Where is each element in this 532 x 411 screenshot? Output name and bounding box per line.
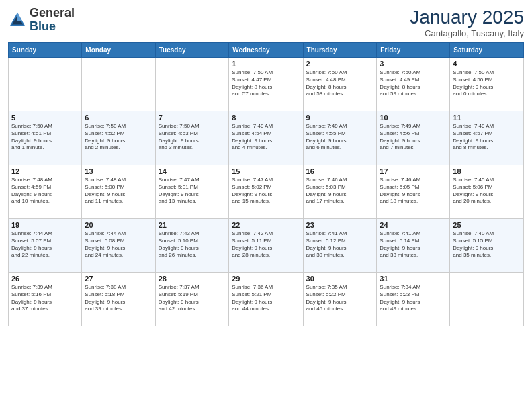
day-info: Sunrise: 7:47 AM Sunset: 5:02 PM Dayligh…	[232, 177, 300, 205]
day-number: 14	[159, 167, 226, 175]
table-row: 25Sunrise: 7:40 AM Sunset: 5:15 PM Dayli…	[450, 219, 524, 273]
header-sunday: Sunday	[9, 43, 82, 58]
table-row: 12Sunrise: 7:48 AM Sunset: 4:59 PM Dayli…	[9, 165, 82, 219]
day-number: 13	[85, 167, 152, 175]
day-number: 25	[453, 221, 521, 229]
day-number: 27	[85, 275, 152, 283]
title-block: January 2025 Cantagallo, Tuscany, Italy	[410, 7, 524, 38]
day-number: 11	[453, 113, 521, 122]
table-row: 11Sunrise: 7:49 AM Sunset: 4:57 PM Dayli…	[450, 111, 524, 165]
table-row: 26Sunrise: 7:39 AM Sunset: 5:16 PM Dayli…	[9, 273, 82, 326]
table-row: 4Sunrise: 7:50 AM Sunset: 4:50 PM Daylig…	[450, 58, 524, 111]
table-row: 7Sunrise: 7:50 AM Sunset: 4:53 PM Daylig…	[155, 111, 229, 165]
day-info: Sunrise: 7:44 AM Sunset: 5:07 PM Dayligh…	[11, 230, 79, 259]
location: Cantagallo, Tuscany, Italy	[410, 28, 524, 38]
table-row: 6Sunrise: 7:50 AM Sunset: 4:52 PM Daylig…	[82, 111, 155, 165]
day-info: Sunrise: 7:42 AM Sunset: 5:11 PM Dayligh…	[232, 230, 300, 259]
weekday-header-row: Sunday Monday Tuesday Wednesday Thursday…	[9, 43, 524, 58]
day-number: 2	[306, 60, 374, 68]
table-row: 27Sunrise: 7:38 AM Sunset: 5:18 PM Dayli…	[82, 273, 155, 326]
day-info: Sunrise: 7:49 AM Sunset: 4:55 PM Dayligh…	[306, 123, 374, 152]
day-info: Sunrise: 7:49 AM Sunset: 4:57 PM Dayligh…	[453, 123, 521, 152]
header-saturday: Saturday	[450, 43, 524, 58]
table-row: 2Sunrise: 7:50 AM Sunset: 4:48 PM Daylig…	[303, 58, 377, 111]
table-row: 21Sunrise: 7:43 AM Sunset: 5:10 PM Dayli…	[155, 219, 229, 273]
day-number: 9	[306, 113, 374, 122]
day-info: Sunrise: 7:40 AM Sunset: 5:15 PM Dayligh…	[453, 230, 521, 259]
logo-blue-text: Blue	[30, 19, 56, 33]
header-thursday: Thursday	[303, 43, 377, 58]
day-info: Sunrise: 7:50 AM Sunset: 4:52 PM Dayligh…	[85, 123, 152, 152]
calendar-body: 1Sunrise: 7:50 AM Sunset: 4:47 PM Daylig…	[9, 58, 524, 326]
logo: General Blue	[8, 7, 75, 34]
table-row	[155, 58, 229, 111]
day-number: 12	[11, 167, 79, 175]
table-row: 22Sunrise: 7:42 AM Sunset: 5:11 PM Dayli…	[229, 219, 303, 273]
day-number: 29	[232, 275, 300, 283]
table-row	[450, 273, 524, 326]
logo-general-text: General	[30, 6, 75, 19]
table-row: 17Sunrise: 7:46 AM Sunset: 5:05 PM Dayli…	[377, 165, 450, 219]
calendar-week-row: 1Sunrise: 7:50 AM Sunset: 4:47 PM Daylig…	[9, 58, 524, 111]
table-row: 5Sunrise: 7:50 AM Sunset: 4:51 PM Daylig…	[9, 111, 82, 165]
svg-marker-2	[17, 13, 22, 21]
day-info: Sunrise: 7:49 AM Sunset: 4:54 PM Dayligh…	[232, 123, 300, 152]
header-friday: Friday	[377, 43, 450, 58]
day-number: 15	[232, 167, 300, 175]
calendar-week-row: 5Sunrise: 7:50 AM Sunset: 4:51 PM Daylig…	[9, 111, 524, 165]
table-row: 19Sunrise: 7:44 AM Sunset: 5:07 PM Dayli…	[9, 219, 82, 273]
day-number: 5	[11, 113, 79, 122]
day-info: Sunrise: 7:35 AM Sunset: 5:22 PM Dayligh…	[306, 284, 374, 313]
day-info: Sunrise: 7:46 AM Sunset: 5:05 PM Dayligh…	[380, 177, 447, 205]
table-row: 14Sunrise: 7:47 AM Sunset: 5:01 PM Dayli…	[155, 165, 229, 219]
header: General Blue January 2025 Cantagallo, Tu…	[8, 7, 524, 38]
table-row: 30Sunrise: 7:35 AM Sunset: 5:22 PM Dayli…	[303, 273, 377, 326]
day-info: Sunrise: 7:48 AM Sunset: 4:59 PM Dayligh…	[11, 177, 79, 205]
day-number: 23	[306, 221, 374, 229]
calendar-table: Sunday Monday Tuesday Wednesday Thursday…	[8, 42, 524, 326]
day-info: Sunrise: 7:41 AM Sunset: 5:14 PM Dayligh…	[380, 230, 447, 259]
table-row: 23Sunrise: 7:41 AM Sunset: 5:12 PM Dayli…	[303, 219, 377, 273]
table-row: 18Sunrise: 7:45 AM Sunset: 5:06 PM Dayli…	[450, 165, 524, 219]
day-number: 28	[159, 275, 226, 283]
table-row	[82, 58, 155, 111]
table-row: 20Sunrise: 7:44 AM Sunset: 5:08 PM Dayli…	[82, 219, 155, 273]
table-row: 1Sunrise: 7:50 AM Sunset: 4:47 PM Daylig…	[229, 58, 303, 111]
day-info: Sunrise: 7:48 AM Sunset: 5:00 PM Dayligh…	[85, 177, 152, 205]
day-number: 10	[380, 113, 447, 122]
table-row: 10Sunrise: 7:49 AM Sunset: 4:56 PM Dayli…	[377, 111, 450, 165]
table-row: 16Sunrise: 7:46 AM Sunset: 5:03 PM Dayli…	[303, 165, 377, 219]
logo-icon	[8, 11, 27, 30]
table-row: 24Sunrise: 7:41 AM Sunset: 5:14 PM Dayli…	[377, 219, 450, 273]
day-number: 4	[453, 60, 521, 68]
table-row: 8Sunrise: 7:49 AM Sunset: 4:54 PM Daylig…	[229, 111, 303, 165]
day-info: Sunrise: 7:50 AM Sunset: 4:50 PM Dayligh…	[453, 69, 521, 98]
month-title: January 2025	[410, 7, 524, 28]
table-row: 28Sunrise: 7:37 AM Sunset: 5:19 PM Dayli…	[155, 273, 229, 326]
table-row: 13Sunrise: 7:48 AM Sunset: 5:00 PM Dayli…	[82, 165, 155, 219]
day-info: Sunrise: 7:47 AM Sunset: 5:01 PM Dayligh…	[159, 177, 226, 205]
day-info: Sunrise: 7:44 AM Sunset: 5:08 PM Dayligh…	[85, 230, 152, 259]
day-info: Sunrise: 7:41 AM Sunset: 5:12 PM Dayligh…	[306, 230, 374, 259]
day-number: 26	[11, 275, 79, 283]
day-info: Sunrise: 7:34 AM Sunset: 5:23 PM Dayligh…	[380, 284, 447, 313]
day-number: 30	[306, 275, 374, 283]
header-wednesday: Wednesday	[229, 43, 303, 58]
day-info: Sunrise: 7:36 AM Sunset: 5:21 PM Dayligh…	[232, 284, 300, 313]
table-row: 3Sunrise: 7:50 AM Sunset: 4:49 PM Daylig…	[377, 58, 450, 111]
day-number: 8	[232, 113, 300, 122]
day-number: 20	[85, 221, 152, 229]
day-number: 21	[159, 221, 226, 229]
table-row	[9, 58, 82, 111]
day-info: Sunrise: 7:39 AM Sunset: 5:16 PM Dayligh…	[11, 284, 79, 313]
day-info: Sunrise: 7:50 AM Sunset: 4:48 PM Dayligh…	[306, 69, 374, 98]
day-info: Sunrise: 7:46 AM Sunset: 5:03 PM Dayligh…	[306, 177, 374, 205]
day-info: Sunrise: 7:50 AM Sunset: 4:53 PM Dayligh…	[159, 123, 226, 152]
table-row: 29Sunrise: 7:36 AM Sunset: 5:21 PM Dayli…	[229, 273, 303, 326]
day-info: Sunrise: 7:50 AM Sunset: 4:51 PM Dayligh…	[11, 123, 79, 152]
day-info: Sunrise: 7:37 AM Sunset: 5:19 PM Dayligh…	[159, 284, 226, 313]
table-row: 31Sunrise: 7:34 AM Sunset: 5:23 PM Dayli…	[377, 273, 450, 326]
header-monday: Monday	[82, 43, 155, 58]
logo-text: General Blue	[30, 7, 75, 34]
day-info: Sunrise: 7:49 AM Sunset: 4:56 PM Dayligh…	[380, 123, 447, 152]
